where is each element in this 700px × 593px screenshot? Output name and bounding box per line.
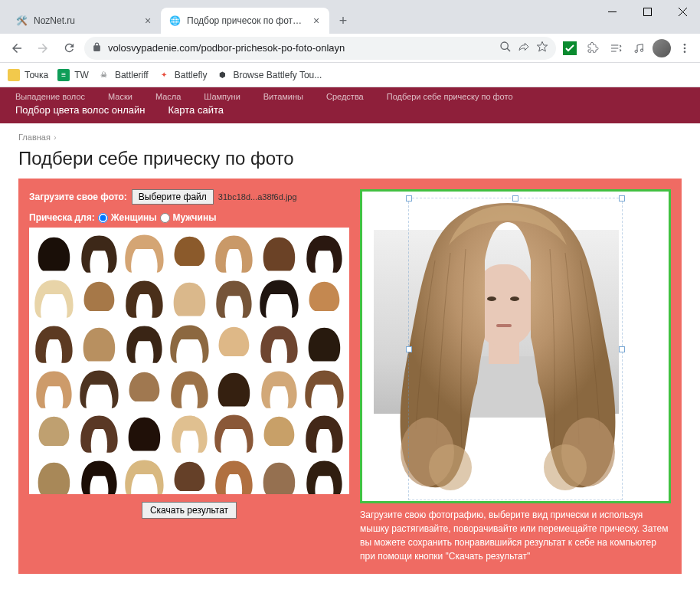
hairstyle-option[interactable] [123, 231, 166, 274]
back-button[interactable] [6, 38, 28, 59]
hairstyle-grid-container [29, 228, 349, 494]
file-select-button[interactable]: Выберите файл [132, 189, 214, 205]
hairstyle-option[interactable] [303, 411, 346, 454]
address-bar[interactable]: volosvypadenie.com/podbor-prichesok-po-f… [84, 37, 556, 60]
nav-item[interactable]: Подбор цвета волос онлайн [15, 104, 146, 116]
hairstyle-option[interactable] [212, 231, 256, 274]
nav-item[interactable]: Шампуни [204, 92, 240, 101]
nav-item[interactable]: Витамины [263, 92, 303, 101]
gender-radio-women[interactable] [98, 213, 108, 223]
resize-handle[interactable] [406, 346, 412, 352]
new-tab-button[interactable]: + [332, 10, 354, 31]
bookmark-item[interactable]: ☠Battleriff [98, 69, 149, 81]
hairstyle-option[interactable] [257, 456, 301, 494]
hairstyle-option[interactable] [32, 276, 76, 319]
window-minimize-button[interactable] [594, 0, 630, 23]
hairstyle-option[interactable] [257, 276, 301, 319]
search-icon[interactable] [499, 41, 512, 55]
tab-active[interactable]: 🌐 Подбор причесок по фото онла × [161, 8, 329, 34]
hairstyle-option[interactable] [123, 321, 166, 365]
window-maximize-button[interactable] [630, 0, 665, 23]
hairstyle-option[interactable] [123, 411, 166, 454]
hairstyle-option[interactable] [303, 456, 346, 494]
chevron-right-icon: › [54, 133, 57, 142]
close-icon[interactable]: × [142, 15, 153, 26]
upload-label: Загрузите свое фото: [29, 192, 127, 202]
bookmark-icon: ☠ [98, 69, 110, 81]
bookmark-item[interactable]: ⬢Browse Battlefy Tou... [216, 69, 322, 81]
music-icon[interactable] [630, 39, 648, 57]
share-icon[interactable] [518, 41, 530, 55]
nav-item[interactable]: Подбери себе прическу по фото [387, 92, 513, 101]
hairstyle-option[interactable] [123, 276, 166, 319]
bookmark-item[interactable]: ✦Battlefly [158, 69, 208, 81]
hairstyle-option[interactable] [168, 366, 211, 410]
nav-item[interactable]: Маски [108, 92, 132, 101]
nav-item[interactable]: Масла [155, 92, 181, 101]
selection-box[interactable] [408, 198, 623, 500]
hairstyle-option[interactable] [77, 411, 121, 454]
hairstyle-option[interactable] [212, 366, 256, 410]
hairstyle-option[interactable] [168, 411, 211, 454]
reload-button[interactable] [58, 38, 80, 59]
nav-item[interactable]: Выпадение волос [15, 92, 85, 101]
hairstyle-option[interactable] [77, 366, 121, 410]
profile-avatar[interactable] [653, 39, 671, 57]
hairstyle-option[interactable] [32, 231, 76, 274]
hairstyle-option[interactable] [77, 231, 121, 274]
svg-point-6 [684, 44, 686, 46]
resize-handle[interactable] [619, 346, 625, 352]
breadcrumb-home[interactable]: Главная [18, 133, 51, 142]
extension-check-icon[interactable] [561, 39, 579, 57]
nav-item[interactable]: Карта сайта [168, 104, 224, 116]
hairstyle-option[interactable] [77, 456, 121, 494]
resize-handle[interactable] [406, 195, 412, 201]
bookmark-item[interactable]: Точка [8, 69, 48, 81]
star-icon[interactable] [536, 41, 548, 55]
hairstyle-option[interactable] [168, 321, 211, 365]
hairstyle-option[interactable] [123, 366, 166, 410]
forward-button[interactable] [32, 38, 54, 59]
hairstyle-option[interactable] [168, 456, 211, 494]
window-close-button[interactable] [665, 0, 700, 23]
menu-icon[interactable] [675, 39, 694, 57]
hairstyle-option[interactable] [257, 411, 301, 454]
reading-list-icon[interactable] [607, 39, 625, 57]
download-button[interactable]: Скачать результат [142, 502, 237, 519]
preview-canvas[interactable] [360, 189, 671, 503]
nav-item[interactable]: Средства [326, 92, 364, 101]
hairstyle-option[interactable] [257, 321, 301, 365]
hairstyle-option[interactable] [212, 276, 256, 319]
hairstyle-option[interactable] [303, 366, 346, 410]
gender-men-label: Мужчины [173, 212, 217, 223]
close-icon[interactable]: × [311, 15, 322, 26]
hairstyle-option[interactable] [257, 366, 301, 410]
resize-handle[interactable] [619, 195, 625, 201]
resize-handle[interactable] [512, 195, 518, 201]
hairstyle-option[interactable] [257, 231, 301, 274]
hairstyle-option[interactable] [77, 276, 121, 319]
hairstyle-option[interactable] [168, 231, 211, 274]
hairstyle-option[interactable] [212, 411, 256, 454]
hairstyle-option[interactable] [32, 321, 76, 365]
tab-inactive[interactable]: 🛠️ NozNet.ru × [8, 8, 161, 34]
hairstyle-option[interactable] [212, 321, 256, 365]
hairstyle-option[interactable] [77, 321, 121, 365]
hairstyle-option[interactable] [32, 366, 76, 410]
gender-radio-men[interactable] [160, 213, 170, 223]
bookmark-item[interactable]: ≡TW [57, 69, 89, 81]
hairstyle-option[interactable] [32, 456, 76, 494]
hairstyle-option[interactable] [32, 411, 76, 454]
tab-favicon-icon: 🛠️ [15, 15, 28, 27]
gender-label: Прическа для: [29, 212, 95, 223]
hairstyle-option[interactable] [303, 276, 346, 319]
hairstyle-option[interactable] [303, 231, 346, 274]
hairstyle-option[interactable] [303, 321, 346, 365]
hairstyle-option[interactable] [168, 276, 211, 319]
url-text: volosvypadenie.com/podbor-prichesok-po-f… [108, 42, 345, 54]
extensions-icon[interactable] [584, 39, 602, 57]
breadcrumb: Главная› [18, 133, 682, 142]
hairstyle-option[interactable] [123, 456, 166, 494]
hairstyle-option[interactable] [212, 456, 256, 494]
hairstyle-grid[interactable] [29, 228, 349, 494]
